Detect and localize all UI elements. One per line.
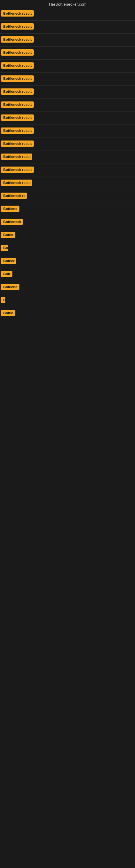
bottleneck-result-badge[interactable]: Bottleneck result	[1, 115, 34, 121]
list-item: Bott	[0, 268, 135, 281]
bottleneck-result-badge[interactable]: Bottlene	[1, 284, 19, 290]
list-item: Bo	[0, 242, 135, 255]
bottleneck-result-badge[interactable]: Bottleneck result	[1, 88, 34, 95]
bottleneck-result-badge[interactable]: Bottleneck result	[1, 23, 34, 30]
bottleneck-result-badge[interactable]: Bottleneck re	[1, 193, 27, 199]
site-title-container: TheBottlenecker.com	[0, 0, 135, 8]
list-item: Bottleneck result	[0, 46, 135, 60]
list-item: Bottleneck resul	[0, 151, 135, 164]
list-item: Bottleneck result	[0, 8, 135, 21]
bottleneck-result-badge[interactable]: Bottleneck result	[1, 141, 34, 147]
list-item: Bottleneck result	[0, 138, 135, 151]
list-item: Bottleneck resul	[0, 177, 135, 190]
bottleneck-result-badge[interactable]: Bo	[1, 245, 8, 251]
list-item: Bottlene	[0, 203, 135, 216]
list-item: Bottleneck result	[0, 60, 135, 73]
list-item: Bottleneck result	[0, 86, 135, 99]
list-item: Bottleneck result	[0, 125, 135, 138]
rows-container: Bottleneck resultBottleneck resultBottle…	[0, 8, 135, 320]
list-item: B	[0, 294, 135, 307]
list-item: Bottleneck result	[0, 73, 135, 86]
list-item: Bottleneck result	[0, 99, 135, 112]
bottleneck-result-badge[interactable]: Bottleneck result	[1, 75, 34, 82]
list-item: Bottleneck result	[0, 34, 135, 46]
bottleneck-result-badge[interactable]: Bottleneck result	[1, 10, 34, 17]
bottleneck-result-badge[interactable]: Bottleneck resul	[1, 180, 32, 186]
list-item: Bottle	[0, 307, 135, 320]
list-item: Bottleneck re	[0, 190, 135, 203]
bottleneck-result-badge[interactable]: Bottleneck result	[1, 127, 34, 134]
list-item: Bottleneck result	[0, 21, 135, 34]
list-item: Bottler	[0, 255, 135, 268]
list-item: Bottle	[0, 229, 135, 242]
bottleneck-result-badge[interactable]: Bottleneck result	[1, 166, 34, 173]
bottleneck-result-badge[interactable]: Bottleneck result	[1, 50, 34, 56]
list-item: Bottleneck	[0, 216, 135, 229]
bottleneck-result-badge[interactable]: Bottleneck result	[1, 101, 34, 108]
bottleneck-result-badge[interactable]: Bottler	[1, 258, 16, 264]
bottleneck-result-badge[interactable]: B	[1, 297, 5, 303]
bottleneck-result-badge[interactable]: Bottleneck	[1, 219, 23, 225]
site-title: TheBottlenecker.com	[0, 0, 135, 8]
bottleneck-result-badge[interactable]: Bottle	[1, 310, 15, 316]
list-item: Bottlene	[0, 281, 135, 294]
bottleneck-result-badge[interactable]: Bottle	[1, 231, 15, 238]
bottleneck-result-badge[interactable]: Bottleneck resul	[1, 154, 32, 160]
list-item: Bottleneck result	[0, 164, 135, 177]
bottleneck-result-badge[interactable]: Bott	[1, 271, 12, 277]
bottleneck-result-badge[interactable]: Bottleneck result	[1, 62, 34, 69]
list-item: Bottleneck result	[0, 112, 135, 125]
bottleneck-result-badge[interactable]: Bottleneck result	[1, 36, 34, 42]
bottleneck-result-badge[interactable]: Bottlene	[1, 206, 19, 212]
